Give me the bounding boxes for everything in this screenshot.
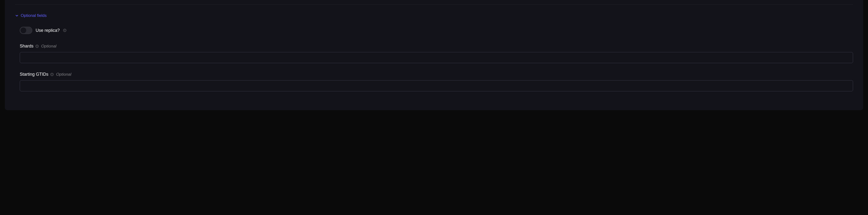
section-divider <box>15 4 853 5</box>
starting-gtids-label: Starting GTIDs <box>20 72 49 77</box>
svg-point-1 <box>64 30 65 30</box>
starting-gtids-optional-tag: Optional <box>56 72 71 77</box>
svg-point-7 <box>52 74 52 74</box>
shards-label-row: Shards Optional <box>20 44 853 49</box>
settings-panel: Optional fields Use replica? Shards <box>5 0 863 110</box>
info-icon[interactable] <box>50 73 54 76</box>
shards-label: Shards <box>20 44 33 49</box>
toggle-knob <box>21 27 26 33</box>
shards-optional-tag: Optional <box>41 44 56 49</box>
use-replica-label: Use replica? <box>36 28 60 33</box>
info-icon[interactable] <box>35 45 39 48</box>
optional-fields-label: Optional fields <box>21 13 47 18</box>
svg-rect-2 <box>64 30 65 31</box>
shards-input[interactable] <box>20 52 853 63</box>
starting-gtids-input[interactable] <box>20 80 853 91</box>
shards-field-group: Shards Optional <box>20 44 853 63</box>
chevron-down-icon <box>15 14 19 18</box>
optional-fields-container: Use replica? Shards Op <box>15 18 853 91</box>
svg-point-4 <box>37 45 37 46</box>
use-replica-toggle[interactable] <box>20 27 32 34</box>
svg-rect-5 <box>37 46 37 47</box>
info-icon[interactable] <box>63 29 66 32</box>
starting-gtids-label-row: Starting GTIDs Optional <box>20 72 853 77</box>
use-replica-row: Use replica? <box>20 27 853 34</box>
optional-fields-toggle[interactable]: Optional fields <box>15 13 853 18</box>
starting-gtids-field-group: Starting GTIDs Optional <box>20 72 853 91</box>
